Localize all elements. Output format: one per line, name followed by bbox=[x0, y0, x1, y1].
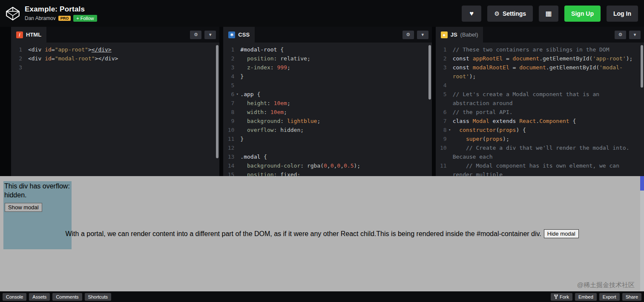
code-line: 8 width: 10em; bbox=[223, 108, 431, 117]
code-line: 3 bbox=[11, 63, 219, 72]
css-editor-settings-button[interactable]: ⚙ bbox=[402, 31, 414, 39]
gear-icon: ⚙ bbox=[406, 32, 410, 37]
console-button[interactable]: Console bbox=[3, 293, 26, 301]
line-number: 1 bbox=[436, 45, 447, 54]
fold-arrow-icon[interactable]: ▾ bbox=[234, 90, 240, 99]
like-button[interactable]: ♥ bbox=[462, 6, 481, 22]
line-number: 3 bbox=[223, 63, 234, 72]
sign-up-button[interactable]: Sign Up bbox=[564, 6, 601, 22]
css-editor-tabbar: ∗ CSS ⚙ ▾ bbox=[223, 27, 431, 43]
line-number: 9 bbox=[436, 134, 447, 143]
embed-button[interactable]: Embed bbox=[575, 293, 597, 301]
export-button[interactable]: Export bbox=[599, 293, 620, 301]
chevron-down-icon: ▾ bbox=[421, 32, 424, 37]
fold-gutter bbox=[447, 72, 453, 81]
tab-css[interactable]: ∗ CSS bbox=[223, 27, 255, 43]
code-text: position: relative; bbox=[240, 54, 431, 63]
fold-gutter bbox=[234, 108, 240, 117]
css-editor-panel: ∗ CSS ⚙ ▾ 1#modal-root {2 position: rela… bbox=[223, 27, 431, 176]
line-number: 4 bbox=[223, 72, 234, 81]
modal-text: With a portal, we can render content int… bbox=[65, 230, 541, 238]
code-text: } bbox=[240, 72, 431, 81]
code-text: height: 10em; bbox=[240, 99, 431, 108]
gear-icon: ⚙ bbox=[494, 10, 500, 17]
html-code-editor[interactable]: 1<div id="app-root"></div>2<div id="moda… bbox=[11, 43, 219, 176]
share-button[interactable]: Share bbox=[622, 293, 641, 301]
js-code-editor[interactable]: 1// These two containers are siblings in… bbox=[436, 43, 644, 176]
code-text: #modal-root { bbox=[240, 45, 431, 54]
fold-gutter bbox=[447, 117, 453, 125]
css-code-editor[interactable]: 1#modal-root {2 position: relative;3 z-i… bbox=[223, 43, 431, 176]
codepen-logo[interactable] bbox=[4, 6, 21, 22]
line-number: 6 bbox=[223, 90, 234, 99]
line-number: 8 bbox=[223, 108, 234, 117]
code-text: background-color: rgba(0,0,0,0.5); bbox=[240, 161, 431, 170]
line-number: 11 bbox=[223, 134, 234, 143]
css-editor-scrollbar[interactable] bbox=[428, 45, 431, 100]
settings-label: Settings bbox=[503, 10, 526, 17]
code-text: // Modal component has its own element, … bbox=[453, 161, 644, 170]
fold-gutter bbox=[234, 161, 240, 170]
comments-button[interactable]: Comments bbox=[52, 293, 82, 301]
fold-gutter bbox=[447, 161, 453, 170]
code-line: 3const modalRootEl = document.getElement… bbox=[436, 63, 644, 72]
preview-scrollbar[interactable] bbox=[640, 176, 644, 291]
code-line: 5 bbox=[223, 81, 431, 90]
code-text: Because each bbox=[453, 152, 644, 161]
code-line: 7class Modal extends React.Component { bbox=[436, 117, 644, 125]
line-number: 3 bbox=[436, 63, 447, 72]
line-number: 2 bbox=[436, 54, 447, 63]
code-line: Because each bbox=[436, 152, 644, 161]
code-line: 11 // Modal component has its own elemen… bbox=[436, 161, 644, 170]
fold-gutter bbox=[234, 81, 240, 90]
fork-button[interactable]: Fork bbox=[551, 293, 572, 301]
tab-js[interactable]: ● JS (Babel) bbox=[436, 27, 483, 43]
html-editor-settings-button[interactable]: ⚙ bbox=[190, 31, 201, 39]
html-editor-panel: / HTML ⚙ ▾ 1<div id="app-root"></div>2<d… bbox=[11, 27, 219, 176]
js-editor-tabbar: ● JS (Babel) ⚙ ▾ bbox=[436, 27, 644, 43]
code-line: 3 z-index: 999; bbox=[223, 63, 431, 72]
code-line: 1<div id="app-root"></div> bbox=[11, 45, 219, 54]
code-text: const appRootEl = document.getElementByI… bbox=[453, 54, 644, 63]
line-number: 5 bbox=[436, 90, 447, 99]
line-number: 7 bbox=[223, 99, 234, 108]
line-number bbox=[436, 152, 447, 161]
fold-gutter bbox=[447, 170, 453, 176]
js-editor-settings-button[interactable]: ⚙ bbox=[615, 31, 626, 39]
preview-scrollbar-thumb[interactable] bbox=[640, 176, 644, 191]
shortcuts-button[interactable]: Shortcuts bbox=[85, 293, 111, 301]
css-editor-collapse-button[interactable]: ▾ bbox=[417, 31, 428, 39]
code-line: 6▾.app { bbox=[223, 90, 431, 99]
log-in-button[interactable]: Log In bbox=[607, 6, 638, 22]
layout-grid-button[interactable]: ▦ bbox=[539, 6, 558, 22]
code-text: overflow: hidden; bbox=[240, 125, 431, 134]
fold-gutter bbox=[234, 170, 240, 176]
assets-button[interactable]: Assets bbox=[29, 293, 50, 301]
code-text bbox=[240, 143, 431, 152]
js-editor-scrollbar[interactable] bbox=[641, 45, 643, 88]
follow-button[interactable]: + Follow bbox=[73, 15, 97, 22]
code-text: <div id="modal-root"></div> bbox=[28, 54, 219, 63]
html-editor-collapse-button[interactable]: ▾ bbox=[204, 31, 216, 39]
code-line: 12 bbox=[223, 143, 431, 152]
code-text: constructor(props) { bbox=[453, 125, 644, 134]
settings-button[interactable]: ⚙ Settings bbox=[487, 6, 533, 22]
code-text: background: lightblue; bbox=[240, 117, 431, 125]
tab-html[interactable]: / HTML bbox=[11, 27, 46, 43]
tab-js-label: JS bbox=[451, 31, 457, 38]
fold-gutter bbox=[234, 152, 240, 161]
code-line: 1// These two containers are siblings in… bbox=[436, 45, 644, 54]
fold-gutter bbox=[234, 125, 240, 134]
js-editor-collapse-button[interactable]: ▾ bbox=[629, 31, 641, 39]
fold-gutter bbox=[447, 152, 453, 161]
code-text: position: fixed; bbox=[240, 170, 431, 176]
html-editor-scrollbar[interactable] bbox=[216, 45, 218, 158]
fold-gutter bbox=[447, 134, 453, 143]
fold-arrow-icon[interactable]: ▾ bbox=[447, 125, 453, 134]
hide-modal-button[interactable]: Hide modal bbox=[544, 229, 579, 238]
author-name[interactable]: Dan Abramov bbox=[25, 15, 56, 21]
code-text: render multiple bbox=[453, 170, 644, 176]
code-line: 9 background: lightblue; bbox=[223, 117, 431, 125]
code-line: 2const appRootEl = document.getElementBy… bbox=[436, 54, 644, 63]
line-number: 14 bbox=[223, 161, 234, 170]
